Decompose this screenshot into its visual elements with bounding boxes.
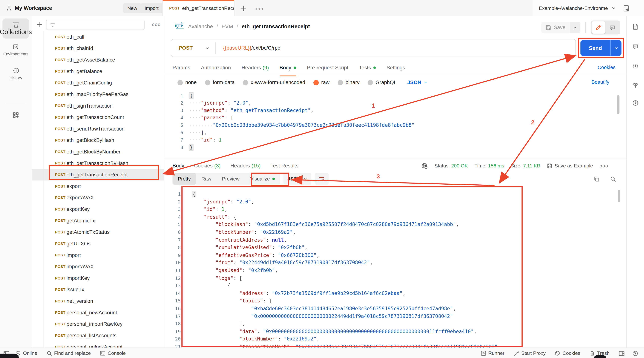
list-item[interactable]: POST getAtomicTx xyxy=(32,215,164,226)
network-globe-icon[interactable] xyxy=(421,162,428,169)
breadcrumb-folder[interactable]: EVM xyxy=(222,23,233,29)
list-item[interactable]: POST personal_listAccounts xyxy=(32,330,164,342)
list-item[interactable]: POST importAVAX xyxy=(32,261,164,273)
list-item[interactable]: POST eth_maxPriorityFeePerGas xyxy=(32,89,164,100)
user-icon[interactable] xyxy=(6,5,12,11)
add-request-icon[interactable] xyxy=(36,22,42,27)
body-mode-GraphQL[interactable]: GraphQL xyxy=(368,80,397,85)
tab-settings[interactable]: Settings xyxy=(386,61,405,74)
response-options-icon[interactable]: ooo xyxy=(600,163,608,168)
list-item[interactable]: POST exportKey xyxy=(32,203,164,215)
list-item[interactable]: POST eth_signTransaction xyxy=(32,100,164,112)
more-modules-icon[interactable] xyxy=(12,112,19,119)
tab-test-results[interactable]: Test Results xyxy=(270,160,298,172)
pull-request-bulb-icon[interactable] xyxy=(632,82,639,89)
info-icon[interactable] xyxy=(632,100,639,106)
tab-pre-request-script[interactable]: Pre-request Script xyxy=(307,61,348,74)
view-pretty[interactable]: Pretty xyxy=(172,173,196,185)
tab-tests[interactable]: Tests xyxy=(359,61,376,74)
new-button[interactable]: New xyxy=(123,3,141,13)
body-mode-binary[interactable]: binary xyxy=(338,80,360,85)
code-snippet-icon[interactable] xyxy=(632,63,639,69)
view-visualize[interactable]: Visualize xyxy=(245,173,280,185)
tab-body[interactable]: Body xyxy=(280,61,296,74)
list-item[interactable]: POST eth_getBlockByHash xyxy=(32,135,164,146)
list-item[interactable]: POST exportAVAX xyxy=(32,192,164,204)
list-item[interactable]: POST importKey xyxy=(32,272,164,284)
new-tab-icon[interactable] xyxy=(240,5,246,11)
list-item[interactable]: POST eth_getChainConfig xyxy=(32,77,164,89)
tab-options-icon[interactable]: ooo xyxy=(254,6,264,11)
sidebar-item-history[interactable]: History xyxy=(0,67,32,80)
body-mode-x-www-form-urlencoded[interactable]: x-www-form-urlencoded xyxy=(243,80,305,85)
workspace-title[interactable]: My Workspace xyxy=(15,5,52,11)
list-item[interactable]: POST personal_importRawKey xyxy=(32,319,164,330)
start-proxy-button[interactable]: Start Proxy xyxy=(514,350,546,356)
find-and-replace[interactable]: Find and replace xyxy=(46,350,91,356)
environment-quick-look-icon[interactable] xyxy=(623,5,630,11)
list-item[interactable]: POST personal_newAccount xyxy=(32,307,164,319)
send-button[interactable]: Send xyxy=(580,45,610,51)
cookies-link[interactable]: Cookies xyxy=(598,64,616,70)
method-selector[interactable]: POST xyxy=(171,45,205,51)
comments-icon[interactable] xyxy=(632,43,639,50)
beautify-link[interactable]: Beautify xyxy=(592,79,609,85)
two-pane-icon[interactable] xyxy=(618,350,625,356)
tab-cookies[interactable]: Cookies(3) xyxy=(194,160,221,172)
list-item[interactable]: POST import xyxy=(32,249,164,261)
list-item[interactable]: POST eth_getAssetBalance xyxy=(32,54,164,66)
tab-authorization[interactable]: Authorization xyxy=(201,61,231,74)
save-options-button[interactable] xyxy=(570,22,580,33)
copy-icon[interactable] xyxy=(594,176,600,182)
view-preview[interactable]: Preview xyxy=(216,173,245,185)
sidebar-search-input[interactable] xyxy=(46,20,144,30)
tab-body[interactable]: Body xyxy=(172,160,184,172)
list-item[interactable]: POST getUTXOs xyxy=(32,238,164,249)
sidebar-item-collections[interactable]: Collections xyxy=(2,18,29,39)
runner-button[interactable]: Runner xyxy=(480,350,504,356)
request-editor[interactable]: 12345678 {····"jsonrpc": "2.0",····"meth… xyxy=(164,89,620,157)
body-mode-none[interactable]: none xyxy=(178,80,197,85)
list-item[interactable]: POST eth_getTransactionByHash xyxy=(32,158,164,169)
tab-headers[interactable]: Headers(9) xyxy=(242,61,269,74)
list-item[interactable]: POST personal_unlockAccount xyxy=(32,342,164,348)
send-options-button[interactable] xyxy=(611,46,622,50)
tab-headers[interactable]: Headers(15) xyxy=(230,160,260,172)
list-item[interactable]: POST eth_getBlockByNumber xyxy=(32,146,164,158)
list-item[interactable]: POST getAtomicTxStatus xyxy=(32,226,164,238)
chevron-down-icon[interactable] xyxy=(205,46,210,50)
list-item[interactable]: POST eth_chainId xyxy=(32,43,164,54)
help-icon[interactable] xyxy=(632,350,638,356)
wrap-lines-button[interactable] xyxy=(314,173,328,185)
request-tab[interactable]: POST eth_getTransactionRece xyxy=(162,0,234,16)
documentation-icon[interactable] xyxy=(632,23,639,30)
list-item[interactable]: POST eth_getTransactionCount xyxy=(32,112,164,123)
response-scrollbar[interactable] xyxy=(618,190,620,202)
save-as-example-button[interactable]: Save as Example xyxy=(547,163,593,169)
import-button[interactable]: Import xyxy=(140,3,163,13)
cookies-button[interactable]: Cookies xyxy=(555,350,580,356)
sidebar-options-icon[interactable]: ooo xyxy=(152,22,161,27)
request-scrollbar[interactable] xyxy=(617,95,619,114)
tab-params[interactable]: Params xyxy=(172,61,190,74)
list-item[interactable]: POST issueTx xyxy=(32,284,164,296)
list-item[interactable]: POST eth_getTransactionReceipt xyxy=(32,169,164,181)
list-item[interactable]: POST eth_getBalance xyxy=(32,66,164,77)
online-status[interactable]: Online xyxy=(15,350,37,356)
console-button[interactable]: Console xyxy=(100,350,126,356)
list-item[interactable]: POST export xyxy=(32,180,164,192)
list-item[interactable]: POST eth_sendRawTransaction xyxy=(32,123,164,135)
edit-mode-button[interactable] xyxy=(591,21,605,33)
breadcrumb-collection[interactable]: Avalanche xyxy=(188,23,213,29)
sidebar-item-environments[interactable]: Environments xyxy=(0,43,32,56)
body-mode-raw[interactable]: raw xyxy=(314,80,330,85)
request-language-dropdown[interactable]: JSON xyxy=(407,80,428,85)
comment-mode-button[interactable] xyxy=(605,21,619,33)
list-item[interactable]: POST net_version xyxy=(32,295,164,307)
search-response-icon[interactable] xyxy=(610,176,616,182)
list-item[interactable]: POST eth_call xyxy=(32,31,164,43)
response-language-dropdown[interactable]: JSON xyxy=(283,173,311,185)
view-raw[interactable]: Raw xyxy=(196,173,216,185)
url-input[interactable]: {{baseURL}}/ext/bc/C/rpc xyxy=(223,45,280,51)
body-mode-form-data[interactable]: form-data xyxy=(205,80,235,85)
